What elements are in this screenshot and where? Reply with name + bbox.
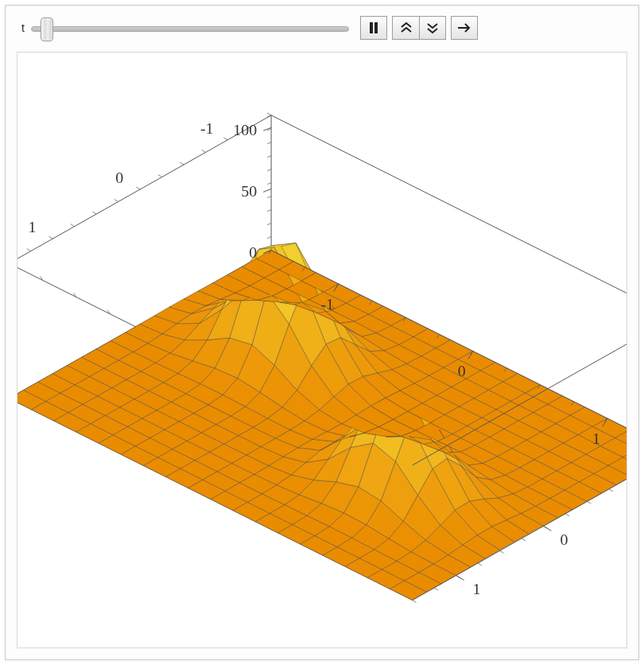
svg-text:1: 1 [28,218,36,235]
svg-line-89 [544,526,548,528]
svg-line-51 [267,196,271,198]
svg-line-23 [267,113,271,115]
svg-rect-1 [374,22,378,33]
svg-line-91 [500,550,504,553]
svg-line-53 [267,169,271,171]
slider-thumb[interactable] [41,18,53,41]
manipulate-panel: t [5,5,639,660]
svg-text:100: 100 [233,121,257,138]
svg-line-29 [136,187,140,189]
svg-line-25 [223,138,227,140]
faster-button[interactable] [392,16,419,40]
svg-line-28 [158,175,162,177]
svg-line-54 [267,156,271,158]
svg-line-43 [263,189,271,192]
svg-text:1: 1 [473,580,481,597]
svg-text:50: 50 [241,182,257,200]
svg-line-87 [588,501,592,504]
svg-line-33 [48,236,52,239]
manipulate-controls: t [6,6,638,45]
pause-icon [367,21,380,34]
svg-line-31 [92,212,96,214]
svg-line-95 [413,600,417,602]
slider-track [31,26,349,32]
svg-text:-1: -1 [320,295,334,313]
svg-text:0: 0 [249,244,257,262]
svg-line-32 [71,224,75,227]
animation-buttons [360,16,478,40]
svg-line-48 [267,237,271,239]
param-label: t [14,21,25,34]
play-pause-button[interactable] [360,16,387,40]
svg-text:-1: -1 [200,119,214,137]
svg-line-88 [565,514,569,516]
svg-line-86 [609,489,613,492]
plot3d-frame[interactable]: 050100-101-101-101 [17,52,627,648]
svg-rect-0 [370,22,373,33]
double-chevron-up-icon [400,21,413,34]
svg-line-93 [456,575,460,578]
slower-button[interactable] [419,16,446,40]
double-chevron-down-icon [426,21,439,34]
surface-plot: 050100-101-101-101 [17,52,627,648]
svg-text:0: 0 [560,531,568,548]
svg-line-55 [267,142,271,144]
svg-text:0: 0 [115,169,123,186]
svg-line-34 [27,249,31,251]
svg-text:1: 1 [592,430,600,447]
svg-text:0: 0 [458,362,466,379]
svg-line-26 [202,150,206,153]
svg-line-52 [267,183,271,185]
t-slider[interactable] [31,19,349,37]
step-forward-button[interactable] [451,16,478,40]
svg-line-90 [522,539,526,541]
svg-line-30 [114,200,118,202]
svg-line-94 [434,588,438,590]
arrow-right-icon [457,22,471,33]
svg-line-92 [478,563,482,566]
svg-line-27 [180,162,184,165]
svg-line-50 [267,210,271,212]
svg-line-49 [267,224,271,225]
